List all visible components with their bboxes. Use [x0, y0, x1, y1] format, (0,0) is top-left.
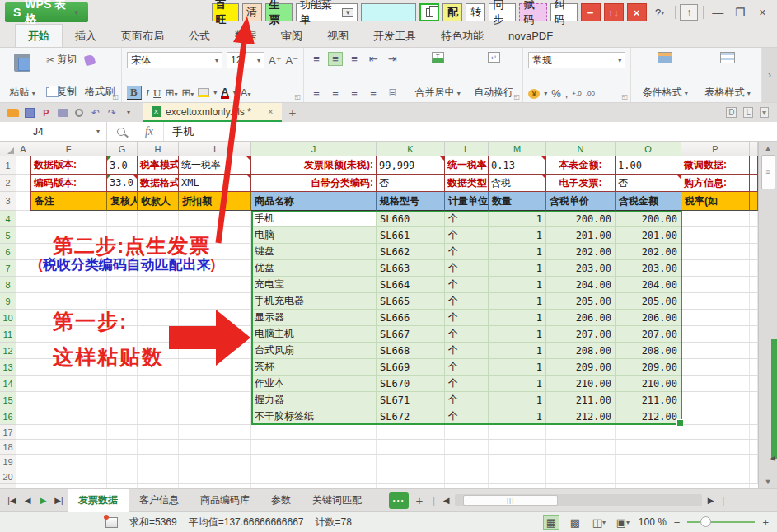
cell-F7[interactable]	[30, 260, 107, 277]
cell-product-name-7[interactable]: 优盘	[251, 260, 377, 277]
cell-H8[interactable]	[138, 277, 179, 293]
dialog-launcher-icon[interactable]: ◱	[514, 93, 521, 100]
italic-button[interactable]: I	[146, 86, 149, 100]
row-header-14[interactable]: 14	[0, 376, 16, 392]
cell-amount-7[interactable]: 203.00	[616, 260, 681, 277]
cell-qty-11[interactable]: 1	[489, 326, 546, 343]
cell-amount-6[interactable]: 202.00	[616, 244, 681, 260]
column-header-F[interactable]: F	[30, 142, 107, 156]
zhuan-button[interactable]: 转	[466, 3, 485, 21]
cell-model-12[interactable]: SL668	[377, 343, 445, 359]
cut-button[interactable]: ✂剪切	[44, 52, 78, 68]
vertical-scroll-thumb[interactable]: ≡	[761, 155, 775, 189]
column-header-P[interactable]: P	[681, 142, 750, 156]
cell-partial-6[interactable]	[750, 244, 758, 260]
cell-A2[interactable]	[16, 175, 30, 192]
cell[interactable]	[445, 484, 489, 488]
cell-qty-16[interactable]: 1	[489, 408, 546, 425]
cell-F4[interactable]	[30, 211, 107, 227]
zoom-slider[interactable]	[687, 521, 755, 523]
ribbon-tab-公式[interactable]: 公式	[176, 25, 222, 47]
ribbon-tab-审阅[interactable]: 审阅	[269, 25, 315, 47]
cell[interactable]	[179, 484, 251, 488]
cell-model-5[interactable]: SL661	[377, 227, 445, 244]
add-sheet-button[interactable]: +	[410, 493, 428, 507]
cell-product-name-9[interactable]: 手机充电器	[251, 293, 377, 310]
ribbon-tab-视图[interactable]: 视图	[315, 25, 361, 47]
sheet-tab-客户信息[interactable]: 客户信息	[129, 489, 190, 512]
cell-I13[interactable]	[179, 359, 251, 376]
cell-unit-12[interactable]: 个	[445, 343, 489, 359]
row-header-4[interactable]: 4	[0, 211, 16, 227]
next-sheet-button[interactable]: ▶	[36, 496, 50, 505]
cell-F19[interactable]	[30, 455, 107, 469]
orientation-button[interactable]: ⌸	[385, 86, 400, 100]
cell-N19[interactable]	[546, 455, 616, 469]
row-header-12[interactable]: 12	[0, 343, 16, 359]
cell-N2[interactable]: 电子发票:	[546, 175, 616, 192]
cell-A10[interactable]	[16, 310, 30, 326]
cell-partial-16[interactable]	[750, 408, 758, 425]
cell-F2[interactable]: 编码版本:	[30, 175, 107, 192]
cell-J17[interactable]	[251, 425, 377, 440]
cell-I7[interactable]	[179, 260, 251, 277]
cell-partial-1[interactable]	[750, 156, 758, 175]
cell-H6[interactable]	[138, 244, 179, 260]
cell-qty-5[interactable]: 1	[489, 227, 546, 244]
scroll-down-arrow[interactable]: ▼	[765, 475, 772, 488]
cell[interactable]	[546, 484, 616, 488]
window-minimize-button[interactable]: —	[709, 6, 728, 19]
cell-partial-7[interactable]	[750, 260, 758, 277]
cell-partial-12[interactable]	[750, 343, 758, 359]
cell-model-4[interactable]: SL660	[377, 211, 445, 227]
cell-amount-8[interactable]: 204.00	[616, 277, 681, 293]
cell-I1[interactable]: 统一税率	[179, 156, 251, 175]
cell-product-name-5[interactable]: 电脑	[251, 227, 377, 244]
ribbon-tab-特色功能[interactable]: 特色功能	[428, 25, 496, 47]
cell-F8[interactable]	[30, 277, 107, 293]
qat-dropdown[interactable]: ▾	[120, 103, 137, 122]
cell-model-10[interactable]: SL666	[377, 310, 445, 326]
cell-N17[interactable]	[546, 425, 616, 440]
cell-product-name-14[interactable]: 作业本	[251, 376, 377, 392]
pei-button[interactable]: 配	[442, 3, 462, 21]
tongbu-button[interactable]: 同步	[489, 3, 516, 21]
cell-P8[interactable]	[681, 277, 750, 293]
row-header-15[interactable]: 15	[0, 392, 16, 408]
zoom-slider-thumb[interactable]	[700, 516, 711, 527]
search-icon[interactable]	[107, 122, 135, 141]
cell-product-name-4[interactable]: 手机	[251, 211, 377, 227]
baiwang-button[interactable]: 百旺	[212, 3, 239, 21]
cell-A15[interactable]	[16, 392, 30, 408]
function-menu-dropdown[interactable]: 功能菜单▼	[296, 3, 358, 21]
row-header-16[interactable]: 16	[0, 408, 16, 425]
logo-dropdown-icon[interactable]: ▼	[73, 9, 80, 16]
align-center-button[interactable]: ≡	[328, 86, 343, 100]
copy-button[interactable]: 复制	[44, 84, 78, 100]
cell-unit-6[interactable]: 个	[445, 244, 489, 260]
cell-O20[interactable]	[616, 469, 681, 484]
cell-N18[interactable]	[546, 440, 616, 455]
column-header-K[interactable]: K	[377, 142, 445, 156]
header-cell-备注[interactable]: 备注	[30, 192, 107, 211]
sheet-tab-参数[interactable]: 参数	[260, 489, 302, 512]
row-header-6[interactable]: 6	[0, 244, 16, 260]
cell[interactable]	[138, 484, 179, 488]
cell-I17[interactable]	[179, 425, 251, 440]
scroll-up-arrow[interactable]: ▲	[765, 142, 772, 155]
header-cell-折扣额[interactable]: 折扣额	[179, 192, 251, 211]
cell-P12[interactable]	[681, 343, 750, 359]
cell-model-6[interactable]: SL662	[377, 244, 445, 260]
zoom-out-button[interactable]: −	[674, 516, 681, 529]
cell-product-name-8[interactable]: 充电宝	[251, 277, 377, 293]
cell-partial-19[interactable]	[750, 455, 758, 469]
cell-unit-7[interactable]: 个	[445, 260, 489, 277]
cell-H19[interactable]	[138, 455, 179, 469]
cell-price-7[interactable]: 203.00	[546, 260, 616, 277]
cell-L18[interactable]	[445, 440, 489, 455]
cell-H9[interactable]	[138, 293, 179, 310]
cell-amount-5[interactable]: 201.00	[616, 227, 681, 244]
cell-L2[interactable]: 数据类型:	[445, 175, 489, 192]
ribbon-tab-页面布局[interactable]: 页面布局	[109, 25, 176, 47]
cell-I19[interactable]	[179, 455, 251, 469]
